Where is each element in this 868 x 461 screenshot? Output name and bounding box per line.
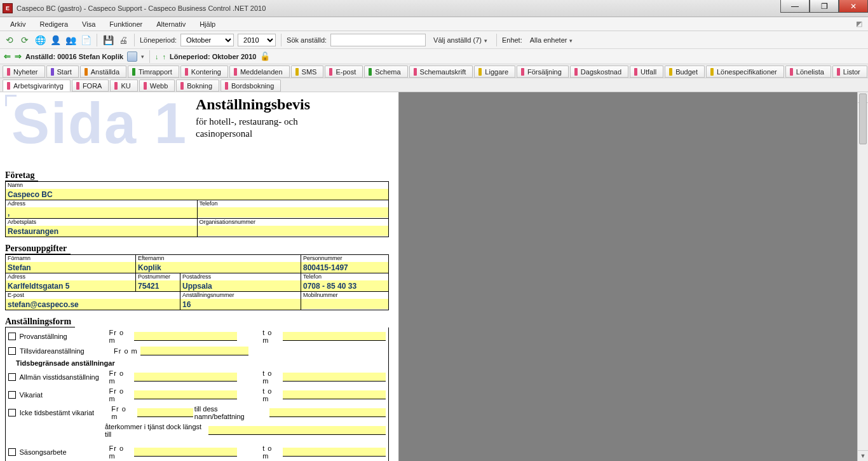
menu-redigera[interactable]: Redigera bbox=[33, 18, 74, 30]
globe-icon[interactable]: 🌐 bbox=[34, 34, 46, 46]
tab-budget[interactable]: Budget bbox=[665, 65, 705, 78]
print-icon[interactable]: 🖨 bbox=[118, 34, 129, 46]
checkbox-icketids[interactable] bbox=[8, 409, 16, 416]
field-from[interactable] bbox=[134, 448, 237, 457]
tab-label: Budget bbox=[675, 68, 698, 76]
tab-meddelanden[interactable]: Meddelanden bbox=[229, 65, 290, 78]
calendar-icon[interactable] bbox=[127, 52, 137, 62]
tab-label: Utfall bbox=[641, 68, 656, 76]
field-tom[interactable] bbox=[283, 373, 386, 382]
field-tom[interactable] bbox=[283, 332, 386, 341]
tab-liggare[interactable]: Liggare bbox=[474, 65, 515, 78]
tab-kontering[interactable]: Kontering bbox=[180, 65, 228, 78]
pin-icon[interactable]: ◩ bbox=[854, 19, 864, 29]
nav-forward-icon[interactable]: ⇒ bbox=[15, 52, 22, 61]
tab-label: Timrapport bbox=[139, 68, 172, 76]
field-tom[interactable] bbox=[283, 448, 386, 457]
field-tom[interactable] bbox=[283, 390, 386, 399]
field-until[interactable] bbox=[208, 426, 386, 435]
arrow-down-icon[interactable]: ↓ bbox=[155, 53, 159, 60]
nav-back-icon[interactable]: ⇐ bbox=[4, 52, 11, 61]
tab-bordsbokning[interactable]: Bordsbokning bbox=[220, 79, 281, 92]
tab-schemautskrift[interactable]: Schemautskrift bbox=[409, 65, 473, 78]
field-from[interactable] bbox=[134, 373, 237, 382]
gray-background-pane: ▲ ▼ bbox=[399, 92, 868, 461]
field-from[interactable] bbox=[137, 408, 193, 417]
menu-funktioner[interactable]: Funktioner bbox=[103, 18, 149, 30]
app-icon: E bbox=[3, 3, 13, 13]
field-from[interactable] bbox=[134, 332, 237, 341]
menu-arkiv[interactable]: Arkiv bbox=[4, 18, 32, 30]
checkbox-allman[interactable] bbox=[8, 373, 16, 381]
value-email: stefan@caspeco.se bbox=[6, 299, 180, 310]
lock-icon[interactable]: 🔓 bbox=[260, 52, 270, 61]
main-toolbar: ⟲ ⟳ 🌐 👤 👥 📄 💾 🖨 Löneperiod: Oktober 2010… bbox=[0, 31, 868, 49]
tab-start[interactable]: Start bbox=[46, 65, 79, 78]
field-from[interactable] bbox=[134, 390, 237, 399]
label-from: Fr o m bbox=[111, 405, 135, 420]
tab-timrapport[interactable]: Timrapport bbox=[128, 65, 179, 78]
tab-arbetsgivarintyg[interactable]: Arbetsgivarintyg bbox=[3, 79, 71, 92]
value-company-adress: , bbox=[6, 207, 197, 218]
close-button[interactable]: ✕ bbox=[839, 0, 868, 13]
arrow-up-icon[interactable]: ↑ bbox=[163, 53, 166, 60]
checkbox-vikariat[interactable] bbox=[8, 391, 16, 399]
unit-dropdown[interactable]: Alla enheter bbox=[526, 35, 577, 45]
label-adress: Adress bbox=[6, 200, 197, 207]
field-from[interactable] bbox=[140, 347, 248, 355]
maximize-button[interactable]: ❐ bbox=[810, 0, 839, 13]
label-tillsvidare: Tillsvidareanställning bbox=[20, 347, 112, 355]
tab-dagskostnad[interactable]: Dagskostnad bbox=[570, 65, 628, 78]
value-personnr: 800415-1497 bbox=[301, 262, 388, 273]
tab-l-nelista[interactable]: Lönelista bbox=[785, 65, 831, 78]
user-icon[interactable]: 👤 bbox=[50, 34, 61, 46]
tab-label: Dagskostnad bbox=[581, 68, 621, 76]
tab-sms[interactable]: SMS bbox=[291, 65, 324, 78]
scroll-thumb[interactable] bbox=[859, 93, 867, 144]
menu-hjalp[interactable]: Hjälp bbox=[193, 18, 222, 30]
tab-e-post[interactable]: E-post bbox=[325, 65, 363, 78]
tab-listor[interactable]: Listor bbox=[832, 65, 867, 78]
tab-webb[interactable]: Webb bbox=[139, 79, 175, 92]
tab-color-indicator bbox=[114, 82, 118, 90]
period-year-select[interactable]: 2010 bbox=[238, 34, 276, 46]
checkbox-sasong[interactable] bbox=[8, 448, 16, 456]
tab-utfall[interactable]: Utfall bbox=[630, 65, 663, 78]
label-epost: E-post bbox=[6, 292, 180, 299]
checkbox-provanst[interactable] bbox=[8, 333, 16, 340]
period-month-select[interactable]: Oktober bbox=[180, 34, 234, 46]
tab-label: FORA bbox=[83, 82, 102, 90]
tab-color-indicator bbox=[837, 68, 840, 76]
select-employee-dropdown[interactable]: Välj anställd (7) bbox=[430, 35, 491, 45]
tab-l-nespecifikationer[interactable]: Lönespecifikationer bbox=[706, 65, 784, 78]
tab-ku[interactable]: KU bbox=[110, 79, 137, 92]
document-pane: Sida 1 Anställningsbevis för hotell-, re… bbox=[0, 92, 399, 461]
scroll-down-arrow[interactable]: ▼ bbox=[858, 450, 868, 461]
checkbox-tillsvidare[interactable] bbox=[8, 347, 16, 355]
vertical-scrollbar[interactable]: ▲ ▼ bbox=[857, 92, 868, 461]
value-postnr: 75421 bbox=[136, 280, 180, 291]
tab-fora[interactable]: FORA bbox=[72, 79, 109, 92]
document-title: Anställningsbevis bbox=[196, 96, 393, 113]
notes-icon[interactable]: 📄 bbox=[80, 34, 92, 46]
users-icon[interactable]: 👥 bbox=[65, 34, 76, 46]
menu-alternativ[interactable]: Alternativ bbox=[150, 18, 192, 30]
tab-nyheter[interactable]: Nyheter bbox=[3, 65, 45, 78]
content-area: Sida 1 Anställningsbevis för hotell-, re… bbox=[0, 92, 868, 461]
value-person-adress: Karlfeldtsgatan 5 bbox=[6, 280, 135, 291]
save-icon[interactable]: 💾 bbox=[102, 34, 114, 46]
minimize-button[interactable]: — bbox=[780, 0, 810, 13]
field-name[interactable] bbox=[269, 408, 386, 417]
tab-schema[interactable]: Schema bbox=[364, 65, 407, 78]
tab-color-indicator bbox=[234, 68, 237, 76]
tab-anst-llda[interactable]: Anställda bbox=[80, 65, 126, 78]
refresh-all-icon[interactable]: ⟳ bbox=[19, 34, 31, 46]
employment-form-table: ProvanställningFr o mt o m Tillsvidarean… bbox=[5, 327, 389, 462]
tab-f-rs-ljning[interactable]: Försäljning bbox=[517, 65, 569, 78]
label-from: Fr o m bbox=[109, 329, 132, 344]
tab-bokning[interactable]: Bokning bbox=[176, 79, 219, 92]
tab-color-indicator bbox=[369, 68, 372, 76]
search-employee-input[interactable] bbox=[330, 34, 426, 46]
menu-visa[interactable]: Visa bbox=[76, 18, 102, 30]
refresh-icon[interactable]: ⟲ bbox=[4, 34, 15, 46]
